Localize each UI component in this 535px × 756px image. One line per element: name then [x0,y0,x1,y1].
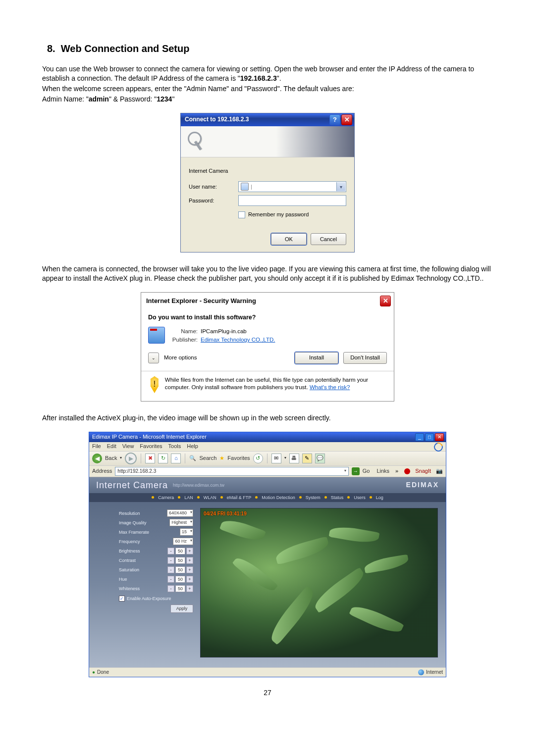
resolution-select[interactable]: 640X480 [167,509,193,517]
forward-button[interactable]: ▶ [125,453,137,464]
snagit-icon [404,468,410,474]
ie-logo-icon [434,443,443,451]
browser-menubar: File Edit View Favorites Tools Help [89,442,446,452]
whiteness-plus[interactable]: + [186,585,193,592]
toolbar-search[interactable]: Search [199,454,216,462]
password-input[interactable] [238,195,346,206]
close-button[interactable]: ✕ [435,433,444,441]
contrast-plus[interactable]: + [186,557,193,564]
chevron-down-icon: ⌄ [152,355,156,361]
toolbar-favorites[interactable]: Favorites [227,454,250,462]
hue-value: 50 [175,576,185,583]
auto-exposure-label: Enable Auto-Exposure [127,596,171,602]
tab-users[interactable]: Users [354,495,366,501]
cancel-button[interactable]: Cancel [311,233,346,245]
quality-select[interactable]: Highest [169,519,193,526]
menu-edit[interactable]: Edit [107,443,116,450]
search-icon: 🔍 [189,454,196,462]
discuss-button[interactable]: 💬 [315,454,325,463]
tab-log[interactable]: Log [376,495,383,501]
address-input[interactable]: http://192.168.2.3 ▾ [115,467,348,476]
back-label: Back [105,454,117,462]
frequency-select[interactable]: 60 Hz [173,538,193,545]
brightness-minus[interactable]: - [167,548,174,554]
go-button[interactable]: → [352,467,360,475]
ok-button[interactable]: OK [271,233,307,245]
mail-button[interactable]: ✉ [271,454,281,463]
saturation-minus[interactable]: - [167,566,174,573]
snagit-label[interactable]: SnagIt [415,467,431,475]
page-content: Internet Camera http://www.edimax.com.tw… [89,477,446,667]
address-bar: Address http://192.168.2.3 ▾ → Go Links … [89,466,446,477]
chevron-down-icon[interactable]: ▾ [336,182,345,191]
whiteness-minus[interactable]: - [167,585,174,592]
help-button[interactable]: ? [329,114,340,125]
camera-nav-tabs: Camera LAN WLAN eMail & FTP Motion Detec… [89,493,446,502]
brightness-value: 50 [175,548,185,554]
tab-email-ftp[interactable]: eMail & FTP [227,495,252,501]
menu-file[interactable]: File [92,443,101,450]
security-warning-dialog: Internet Explorer - Security Warning ✕ D… [141,292,394,402]
browser-window: Edimax IP Camera - Microsoft Internet Ex… [89,432,446,677]
install-button[interactable]: Install [295,352,338,364]
connect-dialog: Connect to 192.168.2.3 ? ✕ Internet Came… [180,113,355,253]
whiteness-label: Whiteness [119,586,140,592]
publisher-label: Publisher: [170,336,198,344]
camera-page-url: http://www.edimax.com.tw [173,482,224,488]
username-input[interactable]: | ▾ [238,181,346,192]
remember-checkbox[interactable] [238,211,245,218]
contrast-minus[interactable]: - [167,557,174,564]
dont-install-button[interactable]: Don't Install [343,352,387,364]
home-button[interactable]: ⌂ [171,454,181,463]
chevron-down-icon[interactable]: ▾ [344,468,346,474]
go-label: Go [363,467,370,475]
tab-status[interactable]: Status [331,495,344,501]
menu-tools[interactable]: Tools [168,443,181,450]
middle-paragraph: When the camera is connected, the browse… [42,264,493,283]
tab-motion-detection[interactable]: Motion Detection [262,495,295,501]
back-button[interactable]: ◀ [92,454,102,463]
mail-dropdown-icon[interactable]: ▾ [284,455,286,461]
refresh-button[interactable]: ↻ [158,454,168,463]
menu-help[interactable]: Help [187,443,198,450]
minimize-button[interactable]: _ [415,433,424,441]
edit-button[interactable]: ✎ [302,454,312,463]
favorites-icon: ★ [219,454,224,462]
back-dropdown-icon[interactable]: ▾ [120,455,122,461]
menu-favorites[interactable]: Favorites [140,443,162,450]
software-icon [148,327,165,344]
apply-button[interactable]: Apply [170,605,193,613]
tab-lan[interactable]: LAN [184,495,193,501]
close-button[interactable]: ✕ [341,114,352,125]
security-dialog-title: Internet Explorer - Security Warning [146,297,256,305]
print-button[interactable]: 🖶 [289,454,299,463]
history-button[interactable]: ↺ [253,454,263,463]
more-options-toggle[interactable]: ⌄ [148,353,159,363]
brightness-plus[interactable]: + [186,548,193,554]
tab-camera[interactable]: Camera [158,495,174,501]
framerate-select[interactable]: 15 [180,528,193,536]
links-label[interactable]: Links [376,467,389,475]
maximize-button[interactable]: □ [425,433,434,441]
warning-shield-icon [150,376,159,393]
stop-button[interactable]: ✖ [145,454,155,463]
auto-exposure-checkbox[interactable]: ✓ [119,596,125,602]
hue-minus[interactable]: - [167,576,174,583]
install-question: Do you want to install this software? [148,313,387,322]
browser-toolbar: ◀ Back ▾ ▶ ✖ ↻ ⌂ 🔍 Search ★ Favorites ↺ … [89,452,446,466]
close-button[interactable]: ✕ [380,296,391,306]
camera-page-header: Internet Camera http://www.edimax.com.tw… [89,477,446,493]
hue-plus[interactable]: + [186,576,193,583]
tab-wlan[interactable]: WLAN [204,495,216,501]
more-options-label: More options [164,354,197,362]
status-zone: Internet [426,669,443,676]
status-done-icon: ● [92,669,95,676]
whats-the-risk-link[interactable]: What's the risk? [310,384,350,390]
menu-view[interactable]: View [122,443,134,450]
after-paragraph: After installed the ActiveX plug-in, the… [42,413,493,423]
publisher-link[interactable]: Edimax Technology CO.,LTD. [201,336,275,344]
tab-system[interactable]: System [306,495,321,501]
address-label: Address [92,467,112,475]
saturation-plus[interactable]: + [186,566,193,573]
contrast-label: Contrast [119,557,136,563]
